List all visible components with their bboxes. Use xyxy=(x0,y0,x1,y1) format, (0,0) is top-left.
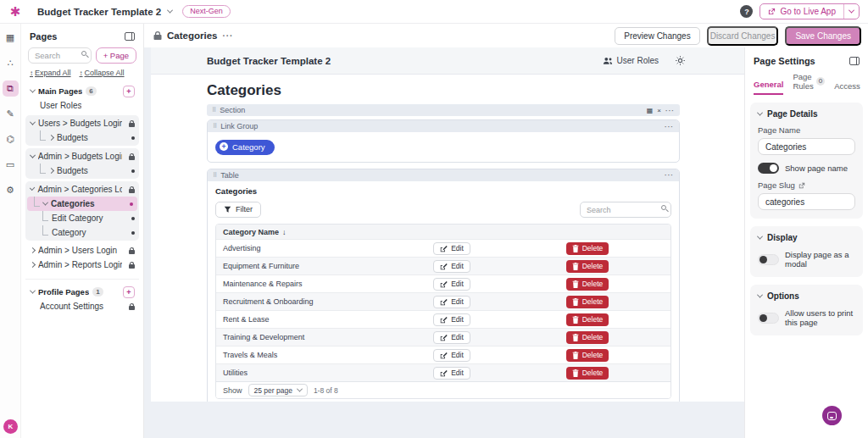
category-nav-button[interactable]: + Category xyxy=(215,140,275,155)
settings-icon[interactable]: ⚙ xyxy=(3,182,19,198)
users-icon[interactable]: ∴ xyxy=(3,55,19,71)
table-row[interactable]: Recruitment & Onboarding Edit Delete xyxy=(216,292,670,310)
delete-button[interactable]: Delete xyxy=(566,242,609,255)
tree-item-admin-categories-login[interactable]: Admin > Categories Login xyxy=(25,182,139,197)
page-details-header[interactable]: Page Details xyxy=(758,109,855,119)
columns-icon[interactable]: ▦ xyxy=(647,107,654,114)
tree-item-users-budgets-login[interactable]: Users > Budgets Login xyxy=(25,116,139,130)
chevron-down-icon[interactable] xyxy=(42,200,48,206)
delete-button[interactable]: Delete xyxy=(566,367,609,380)
theme-sun-icon[interactable] xyxy=(676,56,685,65)
page-name-input[interactable] xyxy=(758,138,855,155)
chevron-down-icon[interactable] xyxy=(30,119,36,125)
table-menu-button[interactable]: ··· xyxy=(665,171,674,179)
collapse-panel-icon[interactable] xyxy=(125,32,135,41)
delete-button[interactable]: Delete xyxy=(566,260,609,273)
page-slug-input[interactable] xyxy=(758,193,855,210)
page-size-select[interactable]: 25 per page xyxy=(248,384,308,396)
tree-item-category[interactable]: Category xyxy=(25,225,139,240)
sort-desc-icon[interactable]: ↓ xyxy=(282,228,287,236)
chevron-down-icon[interactable] xyxy=(30,288,36,294)
table-row[interactable]: Utilities Edit Delete xyxy=(216,363,670,381)
edit-button[interactable]: Edit xyxy=(433,349,470,362)
display-header[interactable]: Display xyxy=(758,233,855,242)
save-changes-button[interactable]: Save Changes xyxy=(785,26,861,46)
add-profile-page-button[interactable]: + xyxy=(123,286,135,298)
shrink-icon[interactable]: × xyxy=(657,107,661,114)
tree-item-admin-users-login[interactable]: Admin > Users Login xyxy=(25,243,139,258)
tree-item-admin-reports-login[interactable]: Admin > Reports Login xyxy=(25,258,139,272)
chevron-down-icon[interactable] xyxy=(30,87,36,93)
tree-item-categories-selected[interactable]: Categories xyxy=(27,197,137,211)
delete-button[interactable]: Delete xyxy=(566,278,609,291)
drag-handle-icon[interactable]: ⠿ xyxy=(213,172,216,179)
page-menu-button[interactable]: ··· xyxy=(222,31,233,41)
edit-button[interactable]: Edit xyxy=(433,313,470,326)
tree-group-main-pages[interactable]: Main Pages 6 + xyxy=(25,84,139,98)
link-group-menu-button[interactable]: ··· xyxy=(665,123,674,130)
edit-button[interactable]: Edit xyxy=(433,242,470,255)
tab-page-rules[interactable]: Page Rules 0 xyxy=(793,72,825,95)
tab-general[interactable]: General xyxy=(754,80,783,95)
discard-changes-button[interactable]: Discard Changes xyxy=(707,26,779,46)
table-row[interactable]: Training & Development Edit Delete xyxy=(216,328,670,346)
delete-button[interactable]: Delete xyxy=(566,296,609,308)
chevron-right-icon[interactable] xyxy=(48,168,54,174)
tab-access[interactable]: Access xyxy=(834,81,860,95)
show-page-name-toggle[interactable] xyxy=(758,163,779,174)
app-menu-chevron-icon[interactable] xyxy=(167,8,173,14)
chevron-down-icon[interactable] xyxy=(30,186,36,191)
add-page-button[interactable]: + Page xyxy=(96,47,136,64)
options-header[interactable]: Options xyxy=(758,291,855,301)
edit-button[interactable]: Edit xyxy=(433,296,470,308)
data-icon[interactable]: ▦ xyxy=(3,30,19,46)
table-row[interactable]: Equipment & Furniture Edit Delete xyxy=(216,257,670,274)
budibase-logo-icon[interactable]: ✱ xyxy=(8,4,22,19)
external-link-icon[interactable] xyxy=(798,182,805,189)
chevron-right-icon[interactable] xyxy=(30,247,36,253)
tree-group-profile-pages[interactable]: Profile Pages 1 + xyxy=(25,285,139,299)
go-live-dropdown-button[interactable] xyxy=(844,4,859,19)
collapse-panel-icon[interactable] xyxy=(849,57,860,65)
add-main-page-button[interactable]: + xyxy=(123,86,135,97)
chevron-right-icon[interactable] xyxy=(30,262,36,268)
pages-icon[interactable]: ⧉ xyxy=(3,80,19,97)
preview-changes-button[interactable]: Preview Changes xyxy=(615,27,699,45)
delete-button[interactable]: Delete xyxy=(566,349,609,362)
delete-button[interactable]: Delete xyxy=(566,313,609,326)
table-row[interactable]: Travels & Meals Edit Delete xyxy=(216,346,670,363)
expand-all-link[interactable]: ↕Expand All xyxy=(30,69,71,77)
tree-item-edit-category[interactable]: Edit Category xyxy=(25,211,139,225)
section-component-bar[interactable]: ⠿ Section ▦ × ··· xyxy=(207,104,680,116)
automations-icon[interactable]: ⌬ xyxy=(3,131,19,147)
drag-handle-icon[interactable]: ⠿ xyxy=(213,123,216,130)
chat-widget-button[interactable] xyxy=(822,406,842,425)
table-row[interactable]: Rent & Lease Edit Delete xyxy=(216,310,670,328)
help-button[interactable]: ? xyxy=(740,5,753,18)
design-icon[interactable]: ✎ xyxy=(3,106,19,122)
collapse-all-link[interactable]: ↕Collapse All xyxy=(80,69,125,77)
user-avatar[interactable]: K xyxy=(3,419,18,434)
chevron-down-icon[interactable] xyxy=(30,152,36,158)
edit-button[interactable]: Edit xyxy=(433,331,470,344)
table-search-input[interactable] xyxy=(580,202,671,218)
tree-item-budgets[interactable]: Budgets xyxy=(25,130,139,145)
table-component-bar[interactable]: ⠿ Table ··· xyxy=(208,169,679,181)
chevron-right-icon[interactable] xyxy=(48,135,54,141)
user-roles-nav-item[interactable]: User Roles xyxy=(603,56,659,65)
table-row[interactable]: Advertising Edit Delete xyxy=(216,239,670,257)
print-page-toggle[interactable] xyxy=(758,313,779,324)
tree-item-budgets[interactable]: Budgets xyxy=(25,164,139,178)
edit-button[interactable]: Edit xyxy=(433,260,470,273)
delete-button[interactable]: Delete xyxy=(566,331,609,344)
tree-item-admin-budgets-login[interactable]: Admin > Budgets Login xyxy=(25,149,139,164)
link-group-component-bar[interactable]: ⠿ Link Group ··· xyxy=(208,120,679,132)
column-header-category-name[interactable]: Category Name ↓ xyxy=(216,225,670,239)
tree-item-user-roles[interactable]: User Roles xyxy=(25,98,139,113)
tree-item-account-settings[interactable]: Account Settings xyxy=(25,299,139,313)
section-menu-button[interactable]: ··· xyxy=(665,107,675,114)
display-modal-toggle[interactable] xyxy=(758,254,779,265)
go-to-live-app-button[interactable]: Go to Live App xyxy=(760,4,844,19)
drag-handle-icon[interactable]: ⠿ xyxy=(212,107,215,114)
edit-button[interactable]: Edit xyxy=(433,278,470,291)
